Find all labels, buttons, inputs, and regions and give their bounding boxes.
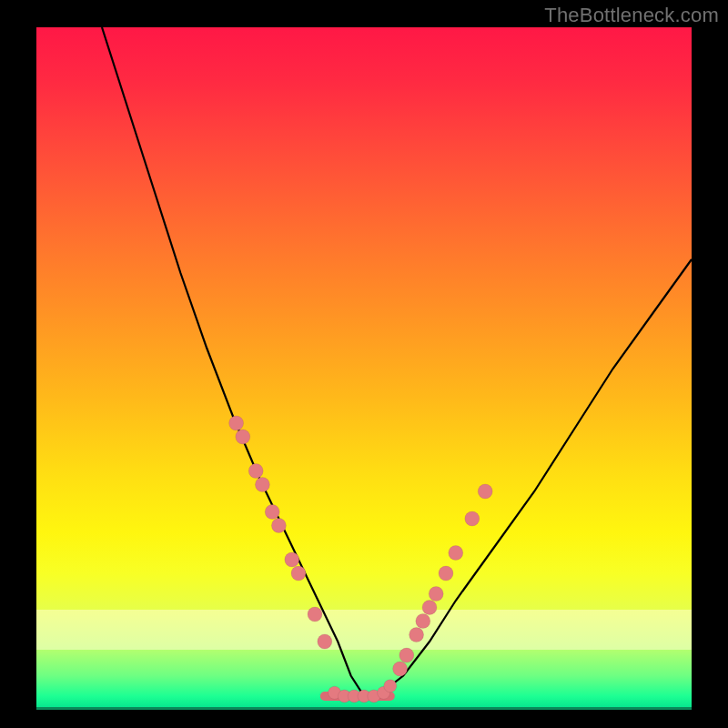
pale-band [36,610,692,650]
marker-right [410,628,424,642]
marker-left [248,464,263,479]
marker-left [308,607,322,622]
plot-area [36,27,692,710]
marker-left [271,519,286,533]
chart-root: TheBottleneck.com [0,0,728,728]
marker-left [291,566,306,581]
marker-left [255,478,269,492]
marker-right [393,662,408,676]
marker-bottom [358,690,370,703]
marker-bottom [329,686,341,699]
marker-bottom [338,690,350,703]
marker-right [449,546,463,561]
bottleneck-curve [102,27,692,696]
marker-bottom [368,690,380,703]
marker-left [229,416,244,430]
marker-right [465,511,480,526]
marker-bottom [348,690,360,703]
marker-bottom [384,680,397,693]
marker-left [318,634,332,649]
marker-right [478,484,492,499]
curve-group [102,27,692,696]
marker-right [399,648,414,662]
marker-left [236,430,250,444]
marker-left [265,505,279,520]
marker-group [229,416,493,703]
marker-right [439,566,453,581]
marker-right [422,601,437,615]
marker-left [285,552,299,567]
marker-bottom [378,686,390,699]
bottom-green-line [36,707,692,710]
marker-right [429,587,443,602]
chart-svg [36,27,692,710]
watermark-text: TheBottleneck.com [544,4,719,27]
marker-right [416,614,430,629]
